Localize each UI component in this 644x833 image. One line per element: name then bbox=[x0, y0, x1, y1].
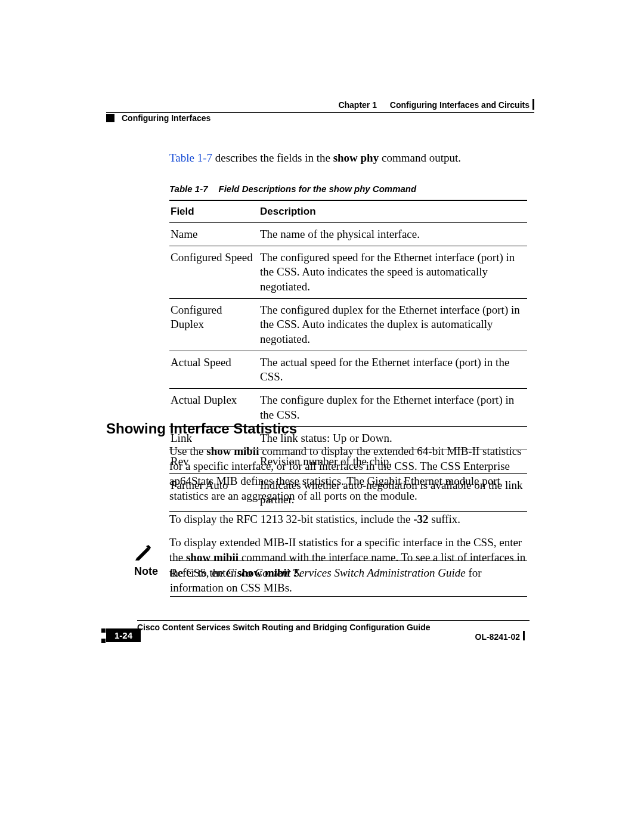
table-row: Actual SpeedThe actual speed for the Eth… bbox=[169, 351, 527, 389]
section-p1: Use the show mibii command to display th… bbox=[169, 444, 527, 503]
note-top-rule bbox=[170, 561, 527, 561]
cell-desc: The configured speed for the Ethernet in… bbox=[259, 246, 527, 298]
p2-c: suffix. bbox=[429, 513, 460, 525]
cell-desc: The name of the physical interface. bbox=[259, 222, 527, 246]
pencil-icon bbox=[134, 545, 153, 562]
table-ref-link[interactable]: Table 1-7 bbox=[169, 151, 212, 164]
cell-desc: The configured duplex for the Ethernet i… bbox=[259, 298, 527, 351]
p3-cmd1: show mibii bbox=[186, 551, 239, 563]
footer-guide-title: Cisco Content Services Switch Routing an… bbox=[137, 623, 431, 632]
header-rule bbox=[106, 112, 534, 113]
p2-a: To display the RFC 1213 32-bit statistic… bbox=[169, 513, 413, 525]
running-header-left: Configuring Interfaces bbox=[106, 113, 210, 123]
cell-field: Name bbox=[169, 222, 259, 246]
page: Chapter 1 Configuring Interfaces and Cir… bbox=[0, 0, 644, 833]
header-square-icon bbox=[106, 114, 114, 122]
intro-paragraph: Table 1-7 describes the fields in the sh… bbox=[169, 150, 527, 166]
intro-cmd: show phy bbox=[333, 151, 379, 164]
badge-square-top bbox=[101, 628, 106, 633]
footer-doc-bar bbox=[523, 631, 525, 640]
cell-field: Configured Speed bbox=[169, 246, 259, 298]
note-label: Note bbox=[134, 565, 158, 578]
note-text: Refer to the Cisco Content Services Swit… bbox=[170, 565, 527, 595]
footer-doc-id: OL-8241-02 bbox=[475, 632, 520, 642]
intro-text-1: describes the fields in the bbox=[212, 151, 333, 164]
table-caption-label: Table 1-7 bbox=[169, 184, 208, 194]
footer-rule bbox=[137, 620, 530, 621]
cell-field: Configured Duplex bbox=[169, 298, 259, 351]
section-heading: Showing Interface Statistics bbox=[106, 420, 297, 437]
intro-text-2: command output. bbox=[379, 151, 461, 164]
table-row: NameThe name of the physical interface. bbox=[169, 222, 527, 246]
section-p2: To display the RFC 1213 32-bit statistic… bbox=[169, 512, 527, 527]
p1-cmd: show mibii bbox=[206, 445, 259, 457]
running-header-right: Chapter 1 Configuring Interfaces and Cir… bbox=[338, 100, 530, 110]
note-a: Refer to the bbox=[170, 566, 226, 579]
table-header-row: Field Description bbox=[169, 200, 527, 223]
chapter-title: Configuring Interfaces and Circuits bbox=[390, 100, 530, 110]
cell-field: Actual Speed bbox=[169, 351, 259, 389]
table-row: Configured DuplexThe configured duplex f… bbox=[169, 298, 527, 351]
section-name: Configuring Interfaces bbox=[122, 113, 210, 123]
page-number-badge: 1-24 bbox=[106, 628, 141, 642]
cell-desc: The actual speed for the Ethernet interf… bbox=[259, 351, 527, 389]
header-right-bar bbox=[532, 99, 534, 110]
cell-desc: The configure duplex for the Ethernet in… bbox=[259, 389, 527, 427]
note-doc-title: Cisco Content Services Switch Administra… bbox=[226, 566, 465, 579]
chapter-label: Chapter 1 bbox=[338, 100, 377, 110]
p2-suffix: -32 bbox=[413, 513, 428, 525]
table-caption-title: Field Descriptions for the show phy Comm… bbox=[218, 184, 416, 194]
p1-a: Use the bbox=[169, 445, 206, 457]
badge-square-bottom bbox=[101, 639, 106, 643]
table-row: Configured SpeedThe configured speed for… bbox=[169, 246, 527, 298]
th-field: Field bbox=[169, 200, 259, 223]
table-caption: Table 1-7Field Descriptions for the show… bbox=[169, 184, 527, 194]
th-desc: Description bbox=[259, 200, 527, 223]
note-bottom-rule bbox=[170, 596, 527, 597]
